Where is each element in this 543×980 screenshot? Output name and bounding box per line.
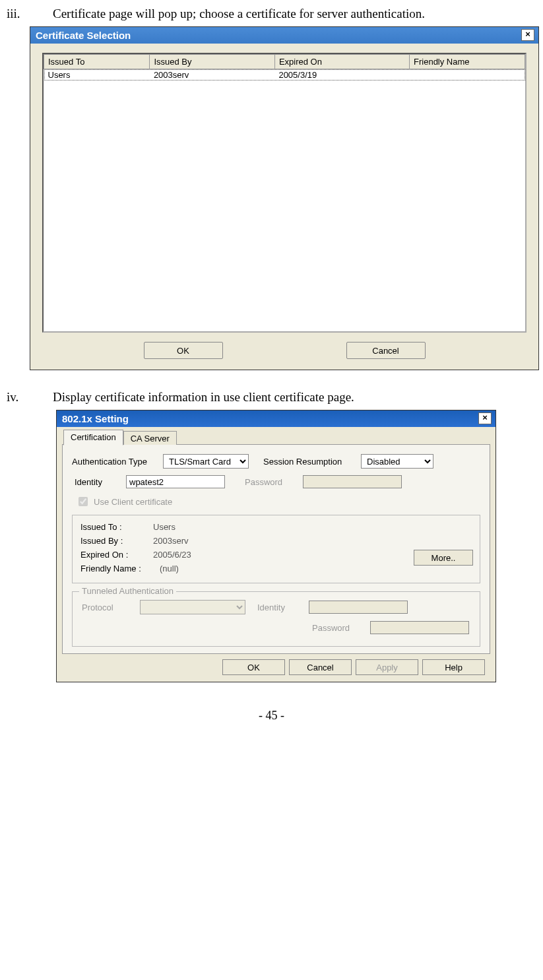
cancel-button[interactable]: Cancel: [289, 659, 352, 675]
identity-input[interactable]: [126, 475, 225, 488]
certificate-selection-dialog: Certificate Selection × Issued To Issued…: [30, 26, 539, 370]
close-icon[interactable]: ×: [521, 29, 534, 41]
tunnel-password-label: Password: [312, 623, 365, 633]
tunnel-identity-input: [309, 601, 408, 614]
col-issued-by[interactable]: Issued By: [150, 55, 275, 69]
close-icon[interactable]: ×: [478, 412, 492, 424]
cell-issued-by: 2003serv: [150, 69, 275, 81]
dialog2-titlebar: 802.1x Setting ×: [57, 410, 495, 427]
step-4-number: iv.: [7, 390, 53, 405]
use-client-cert-label: Use Client certificate: [94, 497, 172, 507]
cert-info-group: Issued To : Users Issued By : 2003serv E…: [72, 515, 480, 583]
8021x-setting-dialog: 802.1x Setting × Certification CA Server…: [56, 410, 496, 682]
step-3-text: Certificate page will pop up; choose a c…: [53, 7, 536, 21]
dialog1-titlebar: Certificate Selection ×: [30, 27, 538, 44]
dialog2-title: 802.1x Setting: [62, 413, 129, 424]
identity-label: Identity: [75, 477, 121, 487]
step-4: iv. Display certificate information in u…: [7, 390, 536, 405]
cell-expired-on: 2005/3/19: [274, 69, 409, 81]
protocol-select: [140, 600, 245, 614]
auth-type-select[interactable]: TLS/Smart Card: [163, 454, 249, 469]
certificate-table[interactable]: Issued To Issued By Expired On Friendly …: [42, 53, 527, 333]
page-number: - 45 -: [7, 709, 536, 723]
protocol-label: Protocol: [82, 603, 135, 612]
table-header-row[interactable]: Issued To Issued By Expired On Friendly …: [44, 55, 525, 69]
issued-to-label: Issued To :: [80, 522, 153, 532]
tab-panel-certification: Authentication Type TLS/Smart Card Sessi…: [62, 444, 490, 654]
cell-friendly: [410, 69, 525, 81]
friendly-name-value: (null): [160, 564, 179, 573]
expired-on-label: Expired On :: [80, 550, 153, 560]
expired-on-value: 2005/6/23: [153, 550, 191, 560]
friendly-name-label: Friendly Name :: [80, 564, 160, 573]
tab-certification[interactable]: Certification: [63, 430, 123, 445]
step-3-number: iii.: [7, 7, 53, 21]
ok-button[interactable]: OK: [222, 659, 285, 675]
apply-button: Apply: [356, 659, 418, 675]
col-issued-to[interactable]: Issued To: [44, 55, 150, 69]
tunneled-auth-group: Tunneled Authentication Protocol Identit…: [72, 591, 480, 647]
dialog1-title: Certificate Selection: [36, 30, 131, 41]
more-button[interactable]: More..: [414, 550, 473, 566]
tunnel-identity-label: Identity: [257, 603, 303, 612]
use-client-cert-checkbox: [79, 497, 88, 506]
cancel-button[interactable]: Cancel: [346, 342, 426, 359]
password-input: [303, 475, 402, 488]
password-label: Password: [245, 477, 298, 487]
tab-strip: Certification CA Server: [62, 430, 490, 445]
session-resumption-label: Session Resumption: [263, 457, 356, 467]
step-3: iii. Certificate page will pop up; choos…: [7, 7, 536, 21]
table-row[interactable]: Users 2003serv 2005/3/19: [44, 69, 525, 81]
auth-type-label: Authentication Type: [72, 457, 158, 467]
cell-issued-to: Users: [44, 69, 150, 81]
col-friendly-name[interactable]: Friendly Name: [410, 55, 525, 69]
ok-button[interactable]: OK: [144, 342, 223, 359]
issued-by-value: 2003serv: [153, 536, 188, 546]
issued-by-label: Issued By :: [80, 536, 153, 546]
session-resumption-select[interactable]: Disabled: [361, 454, 433, 469]
issued-to-value: Users: [153, 522, 176, 532]
help-button[interactable]: Help: [422, 659, 485, 675]
tunneled-auth-legend: Tunneled Authentication: [79, 586, 176, 596]
tunnel-password-input: [370, 621, 469, 634]
step-4-text: Display certificate information in use c…: [53, 390, 536, 405]
tab-ca-server[interactable]: CA Server: [123, 431, 177, 445]
col-expired-on[interactable]: Expired On: [274, 55, 409, 69]
